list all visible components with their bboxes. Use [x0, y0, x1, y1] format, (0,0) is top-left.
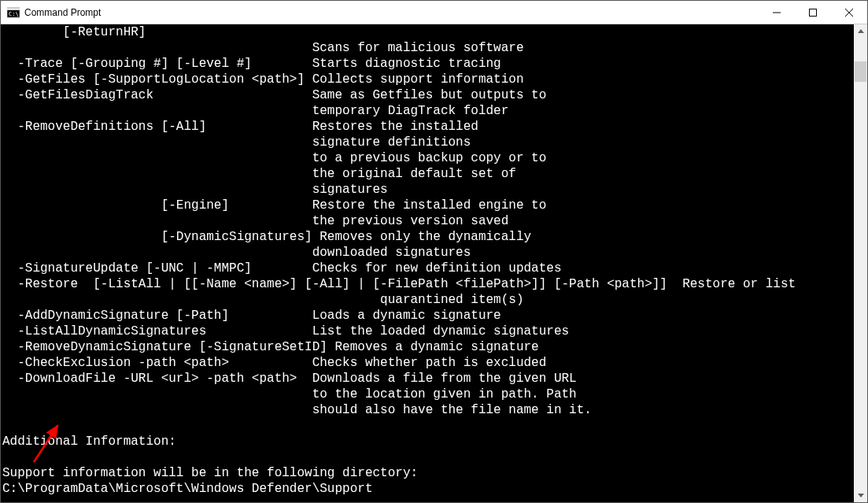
command-prompt-window: C:\ Command Prompt [-ReturnHR] Scans for…	[0, 0, 868, 503]
scroll-down-arrow-icon[interactable]	[854, 489, 867, 502]
scroll-thumb[interactable]	[855, 61, 866, 82]
svg-rect-4	[810, 9, 817, 16]
maximize-button[interactable]	[795, 1, 831, 24]
titlebar: C:\ Command Prompt	[1, 1, 867, 24]
svg-text:C:\: C:\	[9, 11, 19, 17]
minimize-button[interactable]	[759, 1, 795, 24]
console-area: [-ReturnHR] Scans for malicious software…	[1, 24, 867, 502]
svg-rect-1	[7, 8, 20, 10]
scroll-track[interactable]	[854, 38, 867, 489]
close-button[interactable]	[831, 1, 867, 24]
console-output[interactable]: [-ReturnHR] Scans for malicious software…	[1, 24, 854, 502]
vertical-scrollbar[interactable]	[854, 24, 867, 502]
scroll-up-arrow-icon[interactable]	[854, 24, 867, 38]
window-title: Command Prompt	[24, 7, 101, 18]
app-icon: C:\	[7, 6, 20, 19]
